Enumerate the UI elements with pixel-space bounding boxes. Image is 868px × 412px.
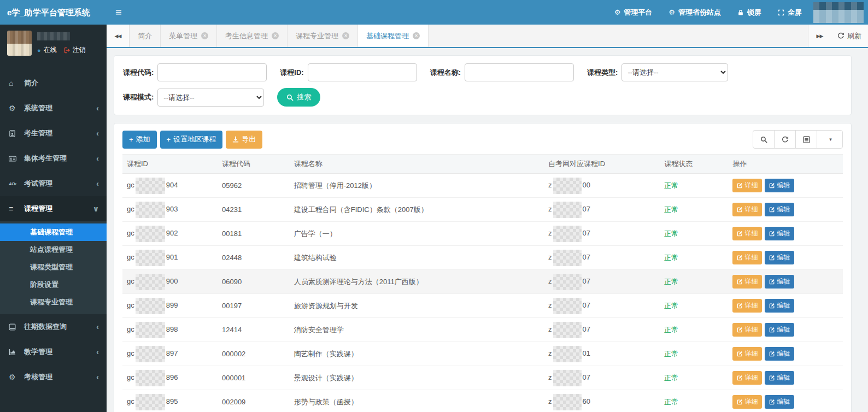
course-mode-select[interactable]: --请选择--: [157, 89, 264, 107]
plus-icon: +: [167, 136, 171, 144]
redacted-id-block: [553, 322, 582, 338]
table-toolbar: + 添加 + 设置地区课程 导出 ▾: [122, 130, 843, 149]
sidebar-subitem[interactable]: 基础课程管理: [0, 223, 107, 241]
chevron-left-icon: ‹: [96, 348, 99, 356]
sidebar-item[interactable]: 往期数据查询‹: [0, 314, 107, 339]
tab-close-icon[interactable]: ✕: [272, 32, 279, 39]
edit-button[interactable]: 编辑: [765, 347, 794, 361]
navbar-item[interactable]: ⚙管理平台: [606, 0, 661, 25]
detail-button[interactable]: 详细: [732, 299, 762, 313]
course-code-cell: 000001: [218, 366, 290, 390]
detail-button[interactable]: 详细: [732, 395, 762, 409]
column-header: 自考网对应课程ID: [544, 155, 660, 174]
tab-close-icon[interactable]: ✕: [201, 32, 208, 39]
sidebar-item[interactable]: 集体考生管理‹: [0, 146, 107, 171]
navbar-item[interactable]: 全屏: [770, 0, 810, 25]
caret-down-icon: ▾: [829, 137, 832, 142]
sidebar-item[interactable]: ⚙系统管理‹: [0, 96, 107, 121]
sidebar-item[interactable]: ≡课程管理∨: [0, 196, 107, 221]
course-id-cell: gc901: [122, 246, 218, 270]
edit-button[interactable]: 编辑: [765, 299, 794, 313]
sidebar-subitem[interactable]: 课程专业管理: [0, 293, 107, 311]
book-icon: [9, 323, 21, 331]
course-type-select[interactable]: --请选择--: [621, 63, 728, 81]
tab-item[interactable]: 课程专业管理✕: [288, 25, 358, 47]
course-name-cell: 建筑结构试验: [290, 246, 544, 270]
table-row: gc90006090人员素质测评理论与方法（2011广西版）z07正常详细编辑: [122, 270, 843, 294]
sidebar-item[interactable]: 考生管理‹: [0, 121, 107, 146]
tab-close-icon[interactable]: ✕: [342, 32, 349, 39]
detail-button[interactable]: 详细: [732, 227, 762, 240]
edit-icon: [737, 279, 743, 285]
set-region-course-button[interactable]: + 设置地区课程: [160, 131, 223, 149]
course-name-cell: 形势与政策（函授）: [290, 390, 544, 412]
course-name-cell: 消防安全管理学: [290, 318, 544, 342]
edit-button[interactable]: 编辑: [765, 395, 794, 409]
edit-button[interactable]: 编辑: [765, 371, 794, 385]
course-name-cell: 陶艺制作（实践课）: [290, 342, 544, 366]
course-status-cell: 正常: [660, 342, 728, 366]
tab-item[interactable]: 基础课程管理✕: [358, 25, 429, 47]
tab-scroll-right-icon[interactable]: ▶▶: [808, 25, 831, 47]
table-row: gc90304231建设工程合同（含FIDIC）条款（2007版）z07正常详细…: [122, 198, 843, 222]
detail-button[interactable]: 详细: [732, 371, 762, 385]
table-panel: + 添加 + 设置地区课程 导出 ▾: [114, 123, 852, 412]
sidebar-item[interactable]: AD›考试管理‹: [0, 171, 107, 196]
course-name-input[interactable]: [465, 63, 574, 81]
detail-button[interactable]: 详细: [732, 347, 762, 361]
redacted-id-block: [136, 346, 165, 362]
add-button[interactable]: + 添加: [122, 131, 157, 149]
tab-refresh-button[interactable]: 刷新: [831, 25, 868, 47]
export-button[interactable]: 导出: [226, 131, 262, 149]
table-refresh-button[interactable]: [774, 130, 796, 149]
detail-button[interactable]: 详细: [732, 179, 762, 192]
detail-button[interactable]: 详细: [732, 275, 762, 289]
detail-button[interactable]: 详细: [732, 323, 762, 337]
gear-icon: ⚙: [668, 8, 675, 16]
edit-icon: [737, 183, 743, 189]
redacted-id-block: [553, 346, 582, 362]
sidebar-item[interactable]: ⚙考核管理‹: [0, 364, 107, 390]
tab-item[interactable]: 考生信息管理✕: [217, 25, 288, 47]
tab-item[interactable]: 菜单管理✕: [161, 25, 217, 47]
edit-button[interactable]: 编辑: [765, 275, 794, 289]
tab-close-icon[interactable]: ✕: [413, 32, 420, 39]
sidebar-toggle-icon[interactable]: ≡: [107, 0, 131, 25]
edit-button[interactable]: 编辑: [765, 203, 794, 216]
top-navbar: ≡ ⚙管理平台⚙管理省份站点锁屏全屏: [107, 0, 868, 25]
navbar-item[interactable]: ⚙管理省份站点: [660, 0, 729, 25]
course-name-cell: 建设工程合同（含FIDIC）条款（2007版）: [290, 198, 544, 222]
search-button[interactable]: 搜索: [277, 88, 320, 107]
tab-item[interactable]: 简介: [130, 25, 161, 47]
table-search-button[interactable]: [753, 130, 775, 149]
logout-link[interactable]: 注销: [64, 45, 86, 55]
sidebar-subitem[interactable]: 站点课程管理: [0, 241, 107, 258]
actions-cell: 详细编辑: [728, 174, 843, 198]
toggle-view-button[interactable]: [795, 130, 817, 149]
columns-button[interactable]: ▾: [817, 130, 843, 149]
course-code-input[interactable]: [157, 63, 267, 81]
redacted-id-block: [136, 298, 165, 314]
detail-button[interactable]: 详细: [732, 251, 762, 264]
tab-scroll-left-icon[interactable]: ◀◀: [107, 25, 130, 47]
chevron-left-icon: ‹: [96, 373, 99, 381]
lock-icon: [737, 9, 744, 16]
zk-course-id-cell: z07: [544, 318, 660, 342]
search-icon: [286, 94, 294, 101]
sidebar-subitem[interactable]: 课程类型管理: [0, 258, 107, 276]
detail-button[interactable]: 详细: [732, 203, 762, 216]
sidebar-item[interactable]: 教学管理‹: [0, 339, 107, 364]
course-id-input[interactable]: [308, 63, 417, 81]
id-badge-icon: [9, 130, 21, 137]
online-dot-icon: ●: [37, 47, 41, 54]
status-badge: 正常: [664, 278, 678, 286]
sidebar-subitem[interactable]: 阶段设置: [0, 276, 107, 293]
sidebar-item[interactable]: ⌂简介: [0, 70, 107, 96]
redacted-id-block: [136, 226, 165, 242]
edit-button[interactable]: 编辑: [765, 179, 794, 192]
course-type-label: 课程类型:: [587, 68, 618, 78]
edit-button[interactable]: 编辑: [765, 251, 794, 264]
edit-button[interactable]: 编辑: [765, 323, 794, 337]
edit-button[interactable]: 编辑: [765, 227, 794, 240]
navbar-item[interactable]: 锁屏: [729, 0, 770, 25]
